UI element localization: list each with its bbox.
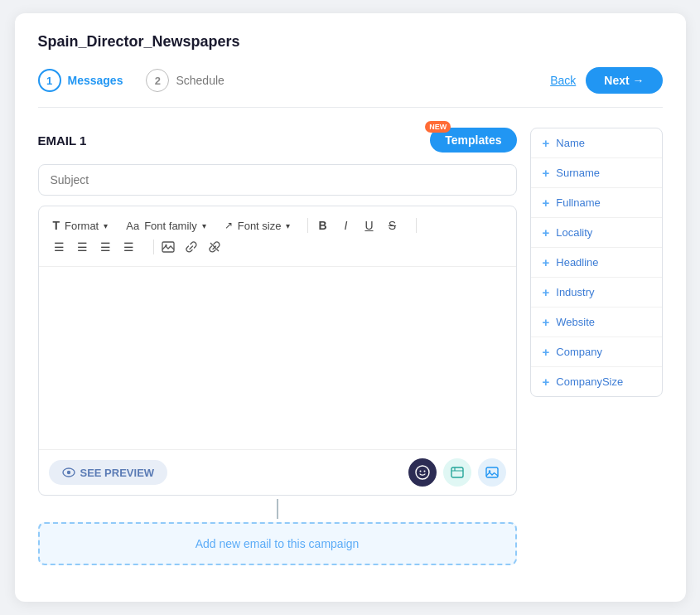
variable-label: Headline [556, 256, 598, 269]
email-header: EMAIL 1 NEW Templates [38, 128, 517, 153]
image-button[interactable] [157, 236, 179, 258]
step-schedule[interactable]: 2 Schedule [146, 69, 224, 92]
variable-plus-icon: + [543, 255, 550, 269]
variable-plus-icon: + [543, 285, 550, 299]
align-left-button[interactable]: ☰ [49, 236, 70, 258]
variable-item[interactable]: +Name [531, 128, 662, 158]
svg-point-5 [416, 466, 429, 479]
steps-bar: 1 Messages 2 Schedule Back Next → [38, 67, 663, 108]
toolbar-divider-3 [153, 240, 154, 254]
font-size-icon: ↗ [224, 220, 233, 231]
email-section: EMAIL 1 NEW Templates T Format ▾ [38, 128, 517, 565]
variable-item[interactable]: +Headline [531, 248, 662, 278]
step-2-circle: 2 [146, 69, 169, 92]
steps-left: 1 Messages 2 Schedule [38, 69, 224, 92]
variable-list: +Name+Surname+Fullname+Locality+Headline… [530, 128, 663, 397]
step-messages[interactable]: 1 Messages [38, 69, 123, 92]
see-preview-label: SEE PREVIEW [80, 467, 155, 479]
align-center-button[interactable]: ☰ [72, 236, 94, 258]
text-format-group: B I U S [311, 215, 403, 236]
template-insert-button[interactable] [443, 458, 471, 487]
unlink-button[interactable] [204, 236, 225, 258]
variable-label: Locality [556, 226, 592, 239]
svg-rect-11 [486, 467, 498, 477]
variable-label: Surname [556, 167, 600, 179]
format-icon: T [53, 219, 60, 232]
variable-item[interactable]: +CompanySize [531, 367, 662, 396]
steps-right: Back Next → [550, 67, 662, 94]
variable-plus-icon: + [543, 345, 550, 359]
svg-point-4 [66, 471, 70, 474]
variable-label: Name [556, 137, 585, 149]
variable-item[interactable]: +Fullname [531, 188, 662, 218]
variable-label: Industry [556, 286, 594, 298]
variable-plus-icon: + [543, 196, 550, 210]
variable-item[interactable]: +Website [531, 308, 662, 337]
editor-toolbar: T Format ▾ Aa Font family ▾ [39, 206, 516, 267]
next-button[interactable]: Next → [586, 67, 662, 94]
variable-item[interactable]: +Company [531, 337, 662, 367]
align-group: ☰ ☰ ☰ ☰ [49, 236, 140, 258]
font-family-dropdown[interactable]: Aa Font family ▾ [122, 217, 210, 235]
strikethrough-button[interactable]: S [381, 215, 403, 236]
italic-button[interactable]: I [335, 215, 356, 236]
step-2-label: Schedule [176, 74, 224, 87]
svg-line-2 [210, 243, 219, 251]
font-family-icon: Aa [126, 220, 139, 232]
image-insert-button[interactable] [478, 458, 506, 487]
toolbar-divider-1 [307, 218, 308, 233]
new-badge: NEW [425, 121, 451, 133]
svg-rect-8 [451, 467, 463, 477]
insert-group [157, 236, 225, 258]
variable-plus-icon: + [543, 136, 550, 150]
editor-actions [408, 458, 506, 487]
align-right-button[interactable]: ☰ [95, 236, 117, 258]
svg-point-6 [419, 471, 421, 472]
variable-label: Fullname [556, 196, 600, 209]
format-dropdown[interactable]: T Format ▾ [49, 216, 113, 235]
add-email-button[interactable]: Add new email to this campaign [38, 522, 517, 565]
variable-item[interactable]: +Industry [531, 278, 662, 308]
font-family-label: Font family [144, 220, 197, 232]
format-group: T Format ▾ [49, 216, 113, 235]
variable-item[interactable]: +Surname [531, 158, 662, 188]
variable-list-wrapper: +Name+Surname+Fullname+Locality+Headline… [530, 128, 663, 397]
emoji-button[interactable] [408, 458, 437, 487]
variable-label: Company [556, 346, 602, 358]
variable-plus-icon: + [543, 315, 550, 329]
variable-label: Website [556, 316, 595, 328]
step-1-circle: 1 [38, 69, 61, 92]
bold-button[interactable]: B [311, 215, 333, 236]
font-family-group: Aa Font family ▾ [122, 217, 210, 235]
toolbar-divider-2 [416, 218, 417, 233]
variable-label: CompanySize [556, 375, 623, 388]
align-justify-button[interactable]: ☰ [118, 236, 140, 258]
variable-panel: +Name+Surname+Fullname+Locality+Headline… [530, 128, 663, 565]
page-title: Spain_Director_Newspapers [38, 33, 663, 51]
format-chevron: ▾ [104, 221, 108, 230]
see-preview-button[interactable]: SEE PREVIEW [49, 460, 168, 485]
variable-plus-icon: + [543, 166, 550, 180]
font-family-chevron: ▾ [202, 221, 206, 230]
templates-button[interactable]: NEW Templates [430, 128, 516, 153]
font-size-chevron: ▾ [286, 221, 290, 230]
main-card: Spain_Director_Newspapers 1 Messages 2 S… [15, 13, 686, 602]
back-link[interactable]: Back [550, 74, 576, 87]
font-size-label: Font size [238, 220, 282, 232]
variable-plus-icon: + [543, 225, 550, 240]
connector-line [38, 496, 517, 522]
font-size-group: ↗ Font size ▾ [220, 217, 295, 235]
format-label: Format [65, 220, 99, 232]
editor-footer: SEE PREVIEW [39, 449, 516, 495]
editor-body[interactable] [39, 267, 516, 449]
underline-button[interactable]: U [358, 215, 379, 236]
variable-item[interactable]: +Locality [531, 218, 662, 248]
step-1-label: Messages [68, 74, 123, 87]
content-area: EMAIL 1 NEW Templates T Format ▾ [38, 128, 663, 565]
link-button[interactable] [181, 236, 202, 258]
svg-point-7 [423, 471, 425, 472]
editor-container: T Format ▾ Aa Font family ▾ [38, 206, 517, 496]
subject-input[interactable] [38, 164, 517, 196]
font-size-dropdown[interactable]: ↗ Font size ▾ [220, 217, 295, 235]
email-title: EMAIL 1 [38, 133, 87, 148]
